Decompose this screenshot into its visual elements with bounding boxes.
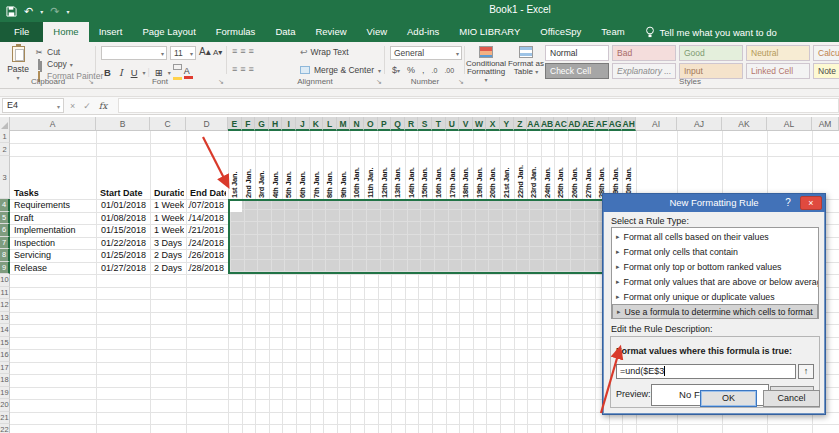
align-bottom-icon[interactable]: ≡ <box>249 46 253 56</box>
row-header-8[interactable]: 8 <box>0 249 10 262</box>
rule-formula-input[interactable]: =und($E$3 <box>616 364 796 379</box>
tell-me-box[interactable]: Tell me what you want to do <box>635 22 787 42</box>
row-header-6[interactable]: 6 <box>0 224 10 237</box>
row-header-13[interactable]: 13 <box>0 312 10 325</box>
copy-button[interactable]: Copy ▾ <box>34 58 103 70</box>
alignment-launcher-icon[interactable]: ↘ <box>376 78 382 86</box>
column-header-Z[interactable]: Z <box>514 117 528 131</box>
font-size-combo[interactable]: 11▾ <box>170 46 196 60</box>
percent-style-icon[interactable]: % <box>407 65 415 75</box>
tab-view[interactable]: View <box>357 22 397 42</box>
column-header-F[interactable]: F <box>242 117 256 131</box>
column-header-P[interactable]: P <box>378 117 392 131</box>
align-middle-icon[interactable]: ≡ <box>240 46 244 56</box>
column-header-H[interactable]: H <box>269 117 283 131</box>
shrink-font-icon[interactable]: A▾ <box>213 48 222 57</box>
column-header-C[interactable]: C <box>150 117 186 131</box>
select-all-corner[interactable] <box>0 117 10 131</box>
column-header-T[interactable]: T <box>432 117 446 131</box>
row-header-14[interactable]: 14 <box>0 324 10 337</box>
row-header-12[interactable]: 12 <box>0 299 10 312</box>
column-header-O[interactable]: O <box>364 117 378 131</box>
rule-type-option[interactable]: ▸Format all cells based on their values <box>612 229 818 244</box>
merge-center-button[interactable]: Merge & Center ▾ <box>300 65 381 75</box>
rule-type-option[interactable]: ▸Format only cells that contain <box>612 244 818 259</box>
column-header-AI[interactable]: AI <box>636 117 677 131</box>
column-header-AJ[interactable]: AJ <box>677 117 722 131</box>
cancel-button[interactable]: Cancel <box>763 390 820 407</box>
align-left-icon[interactable]: ≡ <box>232 64 236 74</box>
column-header-E[interactable]: E <box>228 117 242 131</box>
row-header-11[interactable]: 11 <box>0 287 10 300</box>
font-launcher-icon[interactable]: ↘ <box>218 78 224 86</box>
enter-entry-icon[interactable]: ✓ <box>83 101 91 111</box>
column-header-B[interactable]: B <box>96 117 150 131</box>
row-header-9[interactable]: 9 <box>0 262 10 275</box>
accounting-format-icon[interactable]: $▾ <box>392 65 400 75</box>
row-header-16[interactable]: 16 <box>0 349 10 362</box>
row-header-21[interactable]: 21 <box>0 412 10 425</box>
format-as-table-button[interactable]: Format as Table ▾ <box>506 46 546 76</box>
column-header-W[interactable]: W <box>473 117 487 131</box>
column-header-AK[interactable]: AK <box>722 117 767 131</box>
column-header-M[interactable]: M <box>337 117 351 131</box>
rule-type-option[interactable]: ▸Use a formula to determine which cells … <box>612 304 818 319</box>
borders-caret-icon[interactable]: ▾ <box>168 69 171 76</box>
row-header-17[interactable]: 17 <box>0 362 10 375</box>
cell-style-check-cell[interactable]: Check Cell <box>545 63 609 79</box>
ok-button[interactable]: OK <box>700 390 757 407</box>
column-header-K[interactable]: K <box>310 117 324 131</box>
row-header-22[interactable]: 22 <box>0 424 10 433</box>
column-header-G[interactable]: G <box>255 117 269 131</box>
number-launcher-icon[interactable]: ↘ <box>458 78 464 86</box>
column-header-AG[interactable]: AG <box>609 117 623 131</box>
redo-icon[interactable]: ↷ <box>50 4 59 18</box>
row-header-20[interactable]: 20 <box>0 399 10 412</box>
column-header-AD[interactable]: AD <box>568 117 582 131</box>
formula-input[interactable] <box>118 98 839 113</box>
tab-file[interactable]: File <box>0 22 43 42</box>
column-header-N[interactable]: N <box>350 117 364 131</box>
decrease-decimal-icon[interactable]: .00 <box>444 67 454 74</box>
column-header-V[interactable]: V <box>459 117 473 131</box>
column-header-Q[interactable]: Q <box>391 117 405 131</box>
column-header-AC[interactable]: AC <box>554 117 568 131</box>
column-header-AH[interactable]: AH <box>622 117 636 131</box>
column-header-S[interactable]: S <box>418 117 432 131</box>
column-header-J[interactable]: J <box>296 117 310 131</box>
selected-range[interactable] <box>228 199 636 274</box>
conditional-formatting-button[interactable]: Conditional Formatting ▾ <box>466 46 506 84</box>
insert-function-icon[interactable]: fx <box>99 101 107 111</box>
tab-add-ins[interactable]: Add-ins <box>397 22 449 42</box>
column-header-Y[interactable]: Y <box>500 117 514 131</box>
tab-mio-library[interactable]: MIO LIBRARY <box>449 22 530 42</box>
clipboard-launcher-icon[interactable]: ↘ <box>88 78 94 86</box>
name-box[interactable]: E4▾ <box>2 98 64 113</box>
column-header-L[interactable]: L <box>323 117 337 131</box>
number-format-combo[interactable]: General▾ <box>390 46 462 60</box>
cell-style-normal[interactable]: Normal <box>545 45 609 61</box>
cell-style-bad[interactable]: Bad <box>612 45 676 61</box>
row-header-10[interactable]: 10 <box>0 274 10 287</box>
collapse-dialog-button[interactable]: ↑ <box>798 364 814 379</box>
cell-style-calculation[interactable]: Calculation <box>813 45 839 61</box>
rule-type-option[interactable]: ▸Format only unique or duplicate values <box>612 289 818 304</box>
grow-font-icon[interactable]: A▴ <box>199 46 211 57</box>
font-name-combo[interactable]: ▾ <box>101 46 167 60</box>
dialog-help-button[interactable]: ? <box>781 194 795 212</box>
align-right-icon[interactable]: ≡ <box>249 64 253 74</box>
rule-type-option[interactable]: ▸Format only top or bottom ranked values <box>612 259 818 274</box>
column-header-I[interactable]: I <box>282 117 296 131</box>
cut-button[interactable]: ✂Cut <box>34 46 103 58</box>
tab-data[interactable]: Data <box>265 22 305 42</box>
row-header-3[interactable]: 3 <box>0 156 10 199</box>
column-header-AM[interactable]: AM <box>812 117 839 131</box>
tab-home[interactable]: Home <box>43 22 88 42</box>
tab-team[interactable]: Team <box>591 22 634 42</box>
underline-caret-icon[interactable]: ▾ <box>143 69 146 76</box>
column-header-D[interactable]: D <box>186 117 228 131</box>
active-cell[interactable] <box>230 201 242 212</box>
row-header-7[interactable]: 7 <box>0 237 10 250</box>
tab-formulas[interactable]: Formulas <box>206 22 266 42</box>
column-header-A[interactable]: A <box>10 117 96 131</box>
